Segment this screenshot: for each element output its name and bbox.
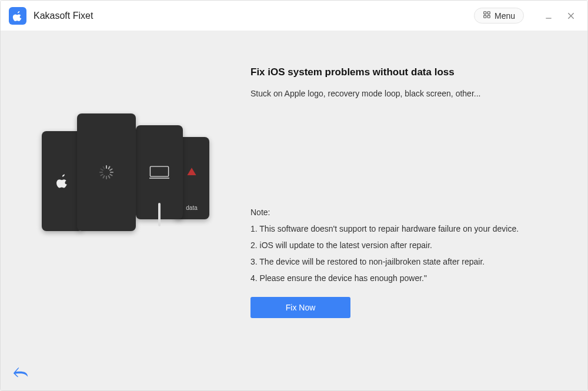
svg-rect-2 — [484, 15, 486, 18]
grid-icon — [483, 11, 491, 21]
minimize-button[interactable] — [540, 8, 557, 24]
app-logo-icon — [9, 7, 26, 25]
data-label: data — [186, 205, 197, 211]
note-item: 3. The device will be restored to non-ja… — [250, 253, 552, 270]
close-button[interactable] — [563, 8, 579, 24]
cable-icon — [158, 203, 161, 226]
info-column: Fix iOS system problems without data los… — [248, 66, 552, 390]
subline: Stuck on Apple logo, recovery mode loop,… — [250, 89, 552, 98]
fix-now-button[interactable]: Fix Now — [250, 297, 350, 318]
titlebar: Kakasoft Fixet Menu — [1, 1, 587, 31]
phone-fan-illustration: data — [42, 113, 218, 266]
back-button[interactable] — [12, 366, 29, 381]
note-title: Note: — [250, 204, 552, 220]
menu-label: Menu — [495, 11, 515, 21]
menu-button[interactable]: Menu — [474, 8, 524, 24]
svg-rect-7 — [150, 166, 168, 176]
note-item: 4. Please ensure the device has enough p… — [250, 270, 552, 286]
illustration-column: data — [36, 66, 248, 390]
note-item: 2. iOS will update to the latest version… — [250, 237, 552, 253]
phone-card-itunes — [136, 125, 183, 219]
svg-rect-0 — [484, 12, 486, 14]
svg-rect-3 — [487, 15, 490, 18]
app-title: Kakasoft Fixet — [34, 11, 93, 21]
note-block: Note: 1. This software doesn't support t… — [250, 204, 552, 286]
app-window: Kakasoft Fixet Menu data — [0, 0, 588, 391]
content-area: data — [1, 31, 587, 390]
spinner-icon — [99, 165, 113, 179]
headline: Fix iOS system problems without data los… — [250, 66, 552, 78]
note-item: 1. This software doesn't support to repa… — [250, 220, 552, 237]
phone-card-spinner — [77, 113, 136, 231]
svg-rect-1 — [487, 12, 490, 14]
